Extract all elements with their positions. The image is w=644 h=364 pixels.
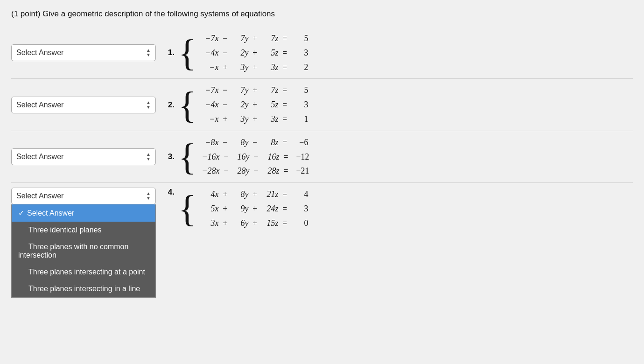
equations-3: −8x − 8y − 8z = −6 −16x − 16y − 16z = −1… [202,136,309,178]
select-arrows-1: ▲▼ [146,48,151,57]
eq-line: −7x − 7y + 7z = 5 [202,84,308,97]
brace-1: { [178,34,196,71]
eq-line: −4x − 2y + 5z = 3 [202,98,308,112]
problem-number-1: 1. [161,48,175,57]
select-label-2: Select Answer [16,101,63,109]
equations-1: −7x − 7y + 7z = 5 −4x − 2y + 5z = 3 [202,32,308,74]
equations-2: −7x − 7y + 7z = 5 −4x − 2y + 5z = 3 [202,84,308,126]
question-title: (1 point) Give a geometric description o… [11,9,633,19]
eq-line: −4x − 2y + 5z = 3 [202,46,308,60]
select-wrapper-3[interactable]: Select Answer ▲▼ [11,148,156,165]
select-label-1: Select Answer [16,49,63,57]
select-box-4[interactable]: Select Answer ▲▼ [11,188,156,204]
select-wrapper-1[interactable]: Select Answer ▲▼ [11,44,156,61]
brace-system-3: { −8x − 8y − 8z = −6 −16x − 16y − 16z [178,136,309,178]
select-box-2[interactable]: Select Answer ▲▼ [11,97,156,113]
dropdown-item-in-line[interactable]: Three planes intersecting in a line [12,280,155,297]
eq-line: −x + 3y + 3z = 1 [202,112,308,126]
dropdown-item-at-point[interactable]: Three planes intersecting at a point [12,264,155,280]
dropdown-item-no-common[interactable]: Three planes with no common intersection [12,238,155,264]
problem-number-2: 2. [161,100,175,110]
brace-2: { [178,86,196,124]
eq-line: 4x + 8y + 21z = 4 [202,188,308,201]
dropdown-open-container-4[interactable]: Select Answer ▲▼ ✓Select Answer Three id… [11,188,156,204]
eq-line: 3x + 6y + 15z = 0 [202,217,308,230]
dropdown-menu-4[interactable]: ✓Select Answer Three identical planes Th… [11,204,156,298]
eq-line: −7x − 7y + 7z = 5 [202,32,308,45]
dropdown-item-identical-planes[interactable]: Three identical planes [12,222,155,238]
brace-4: { [178,190,196,227]
select-label-4: Select Answer [16,192,63,200]
dropdown-item-select-answer[interactable]: ✓Select Answer [12,204,155,222]
problem-row-4: Select Answer ▲▼ ✓Select Answer Three id… [11,183,633,239]
select-box-1[interactable]: Select Answer ▲▼ [11,44,156,61]
select-box-3[interactable]: Select Answer ▲▼ [11,148,156,165]
problem-row-3: Select Answer ▲▼ 3. { −8x − 8y − 8z = −6… [11,131,633,183]
equations-4: 4x + 8y + 21z = 4 5x + 9y + 24z = 3 [202,188,308,230]
brace-3: { [178,138,196,175]
select-arrows-2: ▲▼ [146,100,151,110]
brace-system-4: { 4x + 8y + 21z = 4 5x + 9y + 24z = [178,188,308,230]
brace-system-1: { −7x − 7y + 7z = 5 −4x − 2y + 5z = [178,32,308,74]
select-arrows-4: ▲▼ [146,191,151,201]
problem-number-4: 4. [161,188,175,197]
eq-line: −28x − 28y − 28z = −21 [202,164,309,178]
select-wrapper-2[interactable]: Select Answer ▲▼ [11,97,156,113]
eq-line: −x + 3y + 3z = 2 [202,61,308,74]
select-arrows-3: ▲▼ [146,152,151,161]
problem-row-2: Select Answer ▲▼ 2. { −7x − 7y + 7z = 5 … [11,79,633,131]
problem-row-1: Select Answer ▲▼ 1. { −7x − 7y + 7z = 5 … [11,27,633,79]
eq-line: 5x + 9y + 24z = 3 [202,202,308,216]
problems-container: Select Answer ▲▼ 1. { −7x − 7y + 7z = 5 … [11,27,633,239]
select-label-3: Select Answer [16,153,63,161]
brace-system-2: { −7x − 7y + 7z = 5 −4x − 2y + 5z = [178,84,308,126]
problem-number-3: 3. [161,152,175,161]
eq-line: −16x − 16y − 16z = −12 [202,150,309,164]
checkmark-icon: ✓ [18,209,24,217]
eq-line: −8x − 8y − 8z = −6 [202,136,309,149]
